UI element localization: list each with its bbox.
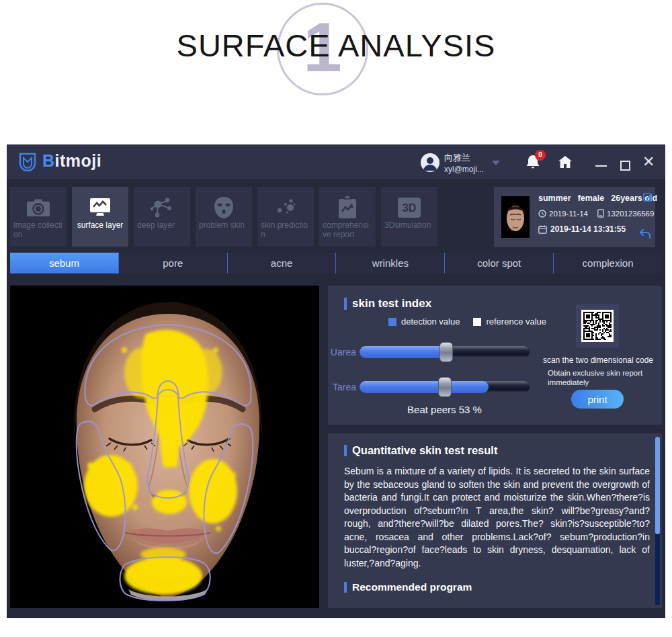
qr-code bbox=[576, 304, 619, 347]
qr-code-image bbox=[581, 310, 614, 342]
skin-test-index-panel: skin test index detection value referenc… bbox=[328, 286, 662, 425]
legend-detection: detection value bbox=[388, 316, 460, 327]
test-date: 2019-11-14 bbox=[549, 210, 588, 218]
3d-box-icon: 3D bbox=[396, 195, 422, 220]
toolbar-item-image-collection[interactable]: image collection bbox=[10, 187, 67, 247]
heading-accent-bar bbox=[344, 298, 347, 310]
patient-season: summer bbox=[538, 194, 571, 203]
qr-obtain-text: Obtain exclusive skin report immediately bbox=[548, 368, 662, 387]
maximize-button[interactable] bbox=[620, 161, 630, 171]
monitor-chart-icon bbox=[87, 195, 113, 220]
toolbar-item-comprehensive-report[interactable]: comprehensive report bbox=[319, 187, 376, 247]
tab-complexion[interactable]: complexion bbox=[553, 253, 662, 273]
scrollbar-track[interactable] bbox=[655, 534, 660, 605]
toolbar-item-problem-skin[interactable]: problem skin bbox=[196, 187, 252, 247]
quantitative-body-text: Sebum is a mixture of a variety of lipid… bbox=[344, 465, 650, 570]
patient-phone: 13201236569 bbox=[607, 210, 654, 218]
tab-wrinkles[interactable]: wrinkles bbox=[335, 253, 444, 273]
home-icon[interactable] bbox=[558, 155, 573, 169]
quantitative-heading: Quantitative skin test result bbox=[344, 443, 497, 457]
patient-datetime-row: 2019-11-14 13:31:55 bbox=[538, 224, 626, 234]
quantitative-result-panel: Quantitative skin test result Sebum is a… bbox=[328, 433, 662, 608]
phone-icon bbox=[597, 209, 604, 218]
clock-icon bbox=[538, 210, 546, 218]
patient-summary: summer female 26years old bbox=[538, 194, 643, 203]
app-name: Bitmoji bbox=[42, 151, 101, 171]
user-icon bbox=[421, 153, 439, 172]
legend: detection value reference value bbox=[388, 316, 553, 327]
molecule-icon bbox=[150, 195, 174, 220]
titlebar: Bitmoji 向雅兰 xyl@moji... 0 ✕ bbox=[7, 144, 665, 179]
slider-uarea-label: Uarea bbox=[328, 347, 356, 357]
scrollbar bbox=[655, 437, 660, 605]
print-button[interactable]: print bbox=[571, 390, 624, 409]
return-arrow-icon[interactable] bbox=[639, 228, 651, 239]
patient-gender: female bbox=[578, 194, 605, 203]
toolbar-item-surface-layer[interactable]: surface layer bbox=[72, 187, 128, 247]
user-name: 向雅兰 bbox=[444, 152, 470, 164]
detection-swatch bbox=[388, 318, 396, 326]
app-logo-icon bbox=[17, 152, 38, 172]
reference-swatch bbox=[473, 318, 481, 326]
avatar[interactable] bbox=[421, 153, 439, 172]
page: 1 SURFACE ANALYSIS Bitmoji 向雅兰 xyl@moji.… bbox=[0, 0, 672, 637]
heading-accent-bar bbox=[344, 445, 347, 456]
tab-sebum[interactable]: sebum bbox=[10, 253, 118, 273]
chevron-down-icon[interactable] bbox=[492, 161, 500, 165]
report-clipboard-icon bbox=[337, 195, 358, 220]
heading-accent-bar bbox=[344, 582, 347, 593]
slider-uarea-thumb[interactable] bbox=[439, 342, 453, 362]
beat-peers-text: Beat peers 53 % bbox=[360, 404, 530, 415]
recommended-program-heading: Recommended program bbox=[344, 581, 472, 593]
minimize-button[interactable] bbox=[595, 165, 607, 167]
edit-icon[interactable] bbox=[643, 192, 653, 202]
slider-tarea: Tarea bbox=[328, 377, 536, 397]
scrollbar-thumb[interactable] bbox=[655, 437, 660, 534]
app-window: Bitmoji 向雅兰 xyl@moji... 0 ✕ bbox=[7, 144, 665, 618]
user-email: xyl@moji... bbox=[444, 165, 484, 174]
slider-uarea: Uarea bbox=[328, 342, 536, 362]
notification-badge: 0 bbox=[535, 150, 546, 161]
svg-text:3D: 3D bbox=[403, 202, 416, 214]
analysis-tabs: sebum pore acne wrinkles color spot comp… bbox=[10, 253, 662, 273]
slider-tarea-label: Tarea bbox=[328, 382, 356, 392]
patient-info-panel: summer female 26years old 2019-11-14 132… bbox=[494, 187, 655, 247]
tab-pore[interactable]: pore bbox=[118, 253, 227, 273]
slider-tarea-thumb[interactable] bbox=[438, 377, 452, 397]
toolbar-item-skin-prediction[interactable]: skin prediction bbox=[257, 187, 314, 247]
toolbar-item-deep-layer[interactable]: deep layer bbox=[134, 187, 190, 247]
calendar-icon bbox=[538, 225, 547, 234]
slider-uarea-track[interactable] bbox=[360, 346, 530, 358]
tab-acne[interactable]: acne bbox=[227, 253, 336, 273]
test-datetime: 2019-11-14 13:31:55 bbox=[550, 224, 626, 234]
toolbar-item-3d-simulation[interactable]: 3D 3Dsimulation bbox=[381, 187, 437, 247]
close-button[interactable]: ✕ bbox=[642, 153, 655, 171]
page-title: SURFACE ANALYSIS bbox=[0, 27, 672, 64]
face-mask-icon bbox=[212, 195, 235, 220]
slider-tarea-track[interactable] bbox=[360, 381, 530, 393]
patient-date-phone: 2019-11-14 13201236569 bbox=[538, 209, 654, 218]
qr-scan-text: scan the two dimensional code bbox=[534, 355, 662, 365]
face-analysis-image bbox=[10, 286, 319, 608]
skin-test-index-heading: skin test index bbox=[344, 297, 431, 310]
legend-reference: reference value bbox=[473, 316, 546, 327]
slider-tarea-fill bbox=[360, 381, 489, 393]
scatter-dots-icon bbox=[274, 195, 297, 220]
patient-photo[interactable] bbox=[501, 196, 530, 238]
slider-uarea-fill bbox=[360, 346, 448, 358]
tab-color-spot[interactable]: color spot bbox=[444, 253, 553, 273]
camera-icon bbox=[26, 195, 50, 220]
